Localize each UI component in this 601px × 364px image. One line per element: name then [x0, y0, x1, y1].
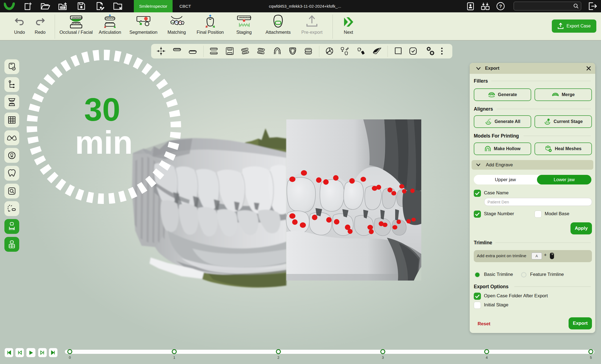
svg-text:30: 30: [84, 91, 120, 128]
svg-text:min: min: [75, 124, 133, 161]
svg-text:1: 1: [548, 119, 549, 121]
svg-text:?: ?: [499, 4, 502, 9]
